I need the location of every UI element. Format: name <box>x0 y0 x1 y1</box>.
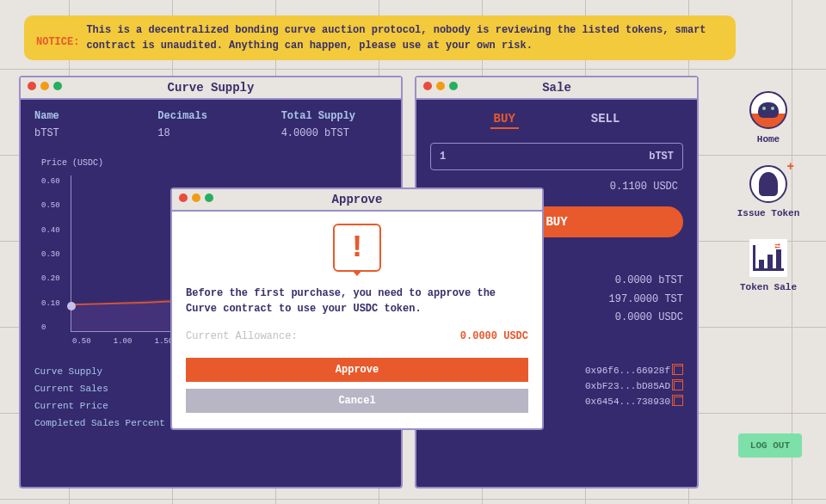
ytick: 0.20 <box>41 274 60 283</box>
maximize-icon[interactable] <box>205 194 213 202</box>
stat-label: Completed Sales Percent <box>34 418 165 428</box>
allowance-row: Current Allowance: 0.0000 USDC <box>186 330 528 342</box>
curve-supply-title: Curve Supply <box>168 81 255 95</box>
home-icon <box>749 91 787 129</box>
tab-sell[interactable]: SELL <box>588 110 624 129</box>
amount-value: 1 <box>440 151 446 163</box>
token-sale-icon: ⇄ <box>749 239 787 277</box>
amount-input[interactable]: 1 bTST <box>430 143 683 170</box>
copy-icon[interactable] <box>674 366 683 375</box>
cancel-button[interactable]: Cancel <box>186 389 528 413</box>
copy-icon[interactable] <box>674 396 683 406</box>
name-value: bTST <box>34 127 140 139</box>
traffic-lights <box>179 194 213 202</box>
supply-col-decimals: Decimals 18 <box>157 110 263 139</box>
tab-buy[interactable]: BUY <box>490 110 519 129</box>
maximize-icon[interactable] <box>53 82 62 90</box>
stat-label: Current Price <box>34 401 108 411</box>
approve-modal: Approve ! Before the first purchase, you… <box>170 187 544 430</box>
buy-sell-tabs: BUY SELL <box>430 110 683 129</box>
chart-yaxis: 0.60 0.50 0.40 0.30 0.20 0.10 0 <box>41 177 60 332</box>
stat-label: Current Sales <box>34 384 108 394</box>
decimals-label: Decimals <box>157 110 263 122</box>
notice-banner: NOTICE: This is a decentralized bonding … <box>24 15 736 60</box>
logout-button[interactable]: LOG OUT <box>738 433 802 458</box>
ytick: 0.10 <box>41 299 60 308</box>
ytick: 0.60 <box>41 177 60 186</box>
chart-datapoint <box>67 302 76 310</box>
sale-title: Sale <box>542 81 571 95</box>
nav-token-sale[interactable]: ⇄ Token Sale <box>730 239 807 292</box>
notice-text: This is a decentralized bonding curve au… <box>86 22 724 53</box>
sidebar-nav: Home + Issue Token ⇄ Token Sale <box>730 91 807 313</box>
ytick: 0.30 <box>41 250 60 259</box>
curve-supply-title-bar: Curve Supply <box>21 77 401 100</box>
approve-button[interactable]: Approve <box>186 358 528 382</box>
modal-title-bar: Approve <box>172 189 542 212</box>
modal-title: Approve <box>332 193 383 206</box>
ytick: 0.50 <box>41 201 60 210</box>
close-icon[interactable] <box>28 82 36 90</box>
notice-label: NOTICE: <box>36 22 79 53</box>
close-icon[interactable] <box>179 194 188 202</box>
nav-label: Issue Token <box>737 208 800 218</box>
minimize-icon[interactable] <box>436 82 445 90</box>
minimize-icon[interactable] <box>192 194 200 202</box>
warning-icon: ! <box>186 224 528 272</box>
total-supply-value: 4.0000 bTST <box>281 127 387 139</box>
info-value: 0x96f6...66928f <box>585 366 670 376</box>
decimals-value: 18 <box>157 127 263 139</box>
nav-home[interactable]: Home <box>730 91 807 144</box>
supply-col-name: Name bTST <box>34 110 140 139</box>
maximize-icon[interactable] <box>449 82 458 90</box>
ytick: 0 <box>41 323 60 332</box>
stat-label: Curve Supply <box>34 366 102 377</box>
nav-issue-token[interactable]: + Issue Token <box>730 165 807 218</box>
issue-token-icon: + <box>749 165 787 203</box>
xtick: 0.50 <box>72 337 91 346</box>
total-supply-label: Total Supply <box>281 110 387 122</box>
name-label: Name <box>34 110 140 122</box>
traffic-lights <box>28 82 62 90</box>
modal-message: Before the first purchase, you need to a… <box>186 286 528 317</box>
amount-unit: bTST <box>649 151 674 163</box>
supply-col-total: Total Supply 4.0000 bTST <box>281 110 387 139</box>
minimize-icon[interactable] <box>40 82 49 90</box>
chart-ylabel: Price (USDC) <box>41 158 103 168</box>
close-icon[interactable] <box>423 82 432 90</box>
sale-title-bar: Sale <box>416 77 697 100</box>
ytick: 0.40 <box>41 226 60 235</box>
info-value: 0xbF23...bD85AD <box>585 381 670 391</box>
allowance-value: 0.0000 USDC <box>460 330 528 342</box>
copy-icon[interactable] <box>674 381 683 390</box>
allowance-label: Current Allowance: <box>186 330 298 342</box>
xtick: 1.00 <box>114 337 133 346</box>
traffic-lights <box>423 82 458 90</box>
nav-label: Home <box>757 134 780 144</box>
info-value: 0x6454...738930 <box>585 396 670 407</box>
nav-label: Token Sale <box>740 282 797 292</box>
